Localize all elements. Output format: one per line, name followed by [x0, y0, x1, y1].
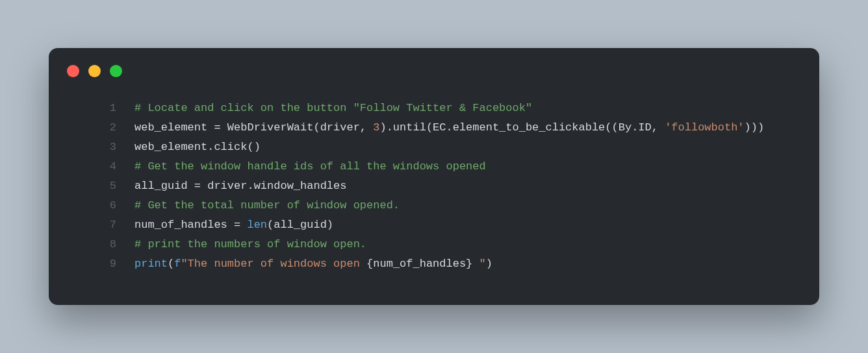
- f-prefix: f: [174, 258, 181, 270]
- line-number: 5: [49, 176, 134, 196]
- comment: # Get the window handle ids of all the w…: [134, 160, 486, 173]
- code-text: (: [168, 258, 174, 270]
- string-literal: 'followboth': [665, 121, 744, 134]
- code-line: 7 num_of_handles = len(all_guid): [49, 215, 819, 235]
- builtin: len: [247, 219, 267, 231]
- maximize-icon[interactable]: [110, 65, 122, 77]
- number-literal: 3: [373, 121, 379, 134]
- string-literal: "The number of windows open: [181, 258, 366, 270]
- comment: # print the numbers of window open.: [134, 238, 366, 250]
- code-text: ))): [745, 121, 765, 134]
- code-block: 1 # Locate and click on the button "Foll…: [49, 99, 819, 274]
- code-window: 1 # Locate and click on the button "Foll…: [49, 48, 819, 305]
- line-number: 2: [49, 118, 134, 138]
- code-text: {num_of_handles}: [366, 258, 472, 270]
- code-line: 3 web_element.click(): [49, 138, 819, 157]
- comment: # Locate and click on the button "Follow…: [134, 102, 532, 114]
- line-number: 9: [49, 254, 134, 274]
- comment: # Get the total number of window opened.: [134, 199, 400, 212]
- code-text: ).until(EC.element_to_be_clickable((By.I…: [379, 121, 665, 134]
- code-line: 5 all_guid = driver.window_handles: [49, 176, 819, 196]
- code-line: 8 # print the numbers of window open.: [49, 235, 819, 254]
- close-icon[interactable]: [67, 65, 79, 77]
- line-number: 7: [49, 215, 134, 235]
- code-text: web_element.click(): [134, 141, 261, 153]
- line-number: 8: [49, 235, 134, 254]
- code-text: num_of_handles =: [134, 219, 247, 231]
- code-text: (all_guid): [267, 219, 333, 231]
- code-line: 1 # Locate and click on the button "Foll…: [49, 99, 819, 118]
- line-number: 4: [49, 157, 134, 176]
- code-line: 4 # Get the window handle ids of all the…: [49, 157, 819, 176]
- builtin: print: [134, 258, 168, 270]
- line-number: 3: [49, 138, 134, 157]
- code-line: 2 web_element = WebDriverWait(driver, 3)…: [49, 118, 819, 138]
- code-text: ): [486, 258, 492, 270]
- code-line: 9 print(f"The number of windows open {nu…: [49, 254, 819, 274]
- minimize-icon[interactable]: [88, 65, 101, 77]
- code-text: all_guid = driver.window_handles: [134, 180, 346, 192]
- line-number: 6: [49, 196, 134, 215]
- code-line: 6 # Get the total number of window opene…: [49, 196, 819, 215]
- window-controls: [67, 65, 122, 77]
- string-literal: ": [472, 258, 485, 270]
- line-number: 1: [49, 99, 134, 118]
- code-text: web_element = WebDriverWait(driver,: [134, 121, 373, 134]
